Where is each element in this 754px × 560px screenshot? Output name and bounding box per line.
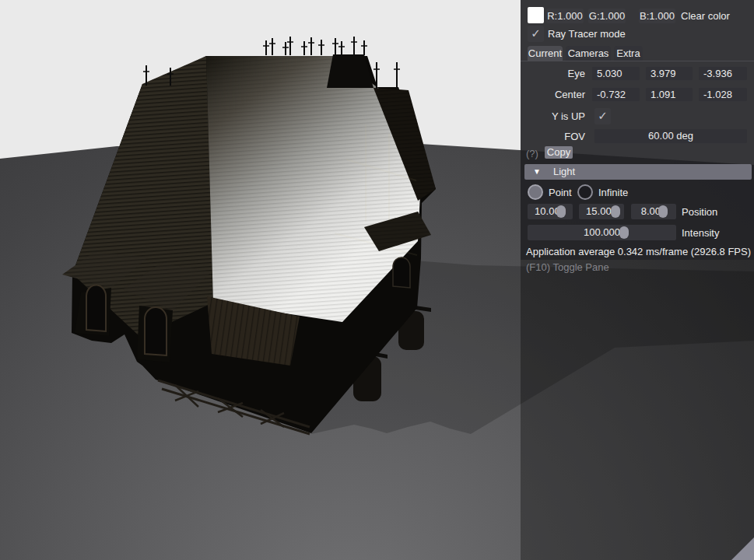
- center-label: Center: [521, 88, 585, 101]
- app-window: R:1.000 G:1.000 B:1.000 Clear color ✓ Ra…: [0, 0, 754, 560]
- y-up-checkbox[interactable]: ✓: [594, 108, 611, 124]
- radio-point[interactable]: [528, 184, 543, 200]
- fov-slider[interactable]: 60.00 deg: [594, 129, 747, 143]
- position-y-slider[interactable]: 15.000: [579, 204, 624, 219]
- infinite-label: Infinite: [598, 185, 628, 200]
- clear-color-b-field[interactable]: B:1.000: [639, 9, 675, 23]
- position-label: Position: [682, 205, 717, 219]
- light-header-label: Light: [553, 164, 575, 180]
- slider-grab[interactable]: [658, 205, 668, 218]
- eye-x-field[interactable]: 5.030: [592, 67, 640, 80]
- intensity-slider[interactable]: 100.000: [528, 225, 676, 240]
- eye-z-field[interactable]: -3.936: [699, 67, 747, 80]
- tab-underline: [521, 61, 754, 61]
- ray-tracer-checkbox[interactable]: ✓: [528, 26, 544, 42]
- point-label: Point: [549, 185, 572, 200]
- tab-current[interactable]: Current: [528, 46, 563, 61]
- slider-grab[interactable]: [611, 205, 620, 218]
- intensity-value: 100.000: [584, 226, 620, 238]
- perf-stats-text: Application average 0.342 ms/frame (2926…: [526, 246, 751, 257]
- collapse-arrow-icon: ▼: [533, 164, 541, 180]
- y-up-label: Y is UP: [521, 110, 585, 123]
- check-icon: ✓: [598, 109, 608, 122]
- center-x-field[interactable]: -0.732: [592, 88, 640, 101]
- position-x-slider[interactable]: 10.000: [528, 204, 573, 219]
- clear-color-g-field[interactable]: G:1.000: [588, 9, 626, 23]
- clear-color-r-field[interactable]: R:1.000: [546, 9, 584, 23]
- light-section-header[interactable]: ▼ Light: [524, 164, 752, 180]
- toggle-pane-hint: (F10) Toggle Pane: [526, 261, 609, 273]
- tab-cameras[interactable]: Cameras: [566, 46, 611, 61]
- slider-grab[interactable]: [556, 205, 566, 218]
- position-z-slider[interactable]: 8.000: [631, 204, 676, 219]
- right-wall-window: [393, 257, 410, 288]
- tab-extra[interactable]: Extra: [614, 46, 643, 61]
- fov-label: FOV: [521, 130, 585, 143]
- clear-color-label: Clear color: [681, 9, 730, 23]
- eye-y-field[interactable]: 3.979: [646, 67, 693, 80]
- clear-color-swatch[interactable]: [528, 7, 544, 23]
- center-z-field[interactable]: -1.028: [699, 88, 747, 101]
- copy-button[interactable]: Copy: [545, 146, 573, 159]
- eye-label: Eye: [521, 67, 585, 80]
- check-icon: ✓: [531, 26, 541, 40]
- settings-panel: R:1.000 G:1.000 B:1.000 Clear color ✓ Ra…: [521, 0, 754, 560]
- help-marker[interactable]: (?): [526, 148, 538, 160]
- center-y-field[interactable]: 1.091: [646, 88, 693, 101]
- slider-grab[interactable]: [619, 226, 629, 239]
- radio-infinite[interactable]: [577, 184, 593, 200]
- ray-tracer-label: Ray Tracer mode: [548, 26, 626, 41]
- intensity-label: Intensity: [682, 226, 719, 240]
